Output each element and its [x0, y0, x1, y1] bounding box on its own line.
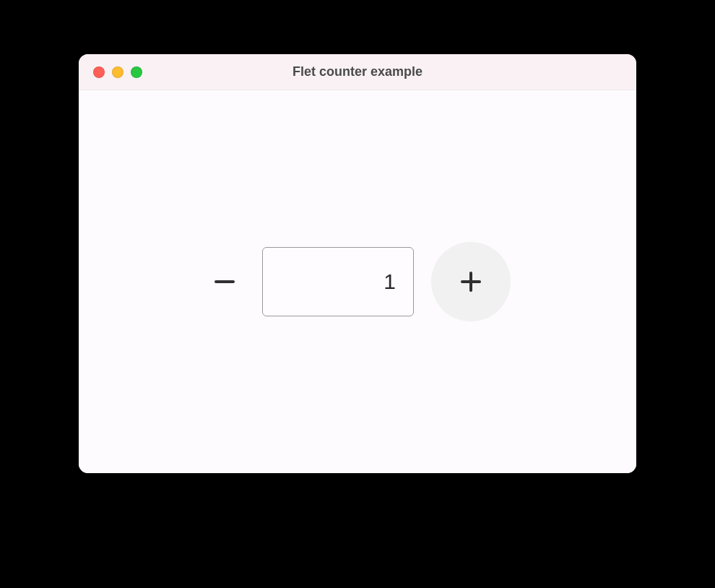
- counter-input[interactable]: 1: [262, 247, 414, 316]
- counter-value: 1: [384, 269, 396, 294]
- counter-row: 1: [204, 242, 511, 321]
- minimize-window-button[interactable]: [112, 66, 124, 78]
- zoom-window-button[interactable]: [131, 66, 142, 78]
- plus-icon: [461, 272, 481, 292]
- app-body: 1: [79, 90, 636, 473]
- app-window: Flet counter example 1: [79, 54, 636, 473]
- traffic-lights: [93, 66, 142, 78]
- increment-button[interactable]: [431, 242, 511, 321]
- decrement-button[interactable]: [204, 261, 245, 302]
- window-title: Flet counter example: [79, 64, 636, 79]
- titlebar: Flet counter example: [79, 54, 636, 90]
- minus-icon: [214, 280, 235, 283]
- close-window-button[interactable]: [93, 66, 105, 78]
